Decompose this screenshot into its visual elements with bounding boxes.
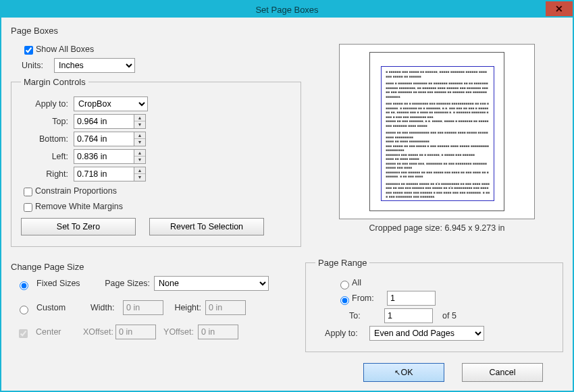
bottom-label: Bottom: [21,134,68,144]
xoffset-input[interactable] [115,325,156,339]
units-label: Units: [22,61,49,70]
bottom-input[interactable] [74,132,134,146]
range-apply-to-label: Apply to: [325,329,369,338]
remove-white-margins-label: Remove White Margins [35,202,123,211]
custom-label: Custom [36,303,90,312]
constrain-proportions-label: Constrain Proportions [35,186,117,196]
right-spinner[interactable]: ▲▼ [134,167,146,181]
custom-radio[interactable] [20,306,28,314]
show-all-boxes-checkbox[interactable] [24,46,33,55]
page-range-legend: Page Range [315,258,369,268]
center-label: Center [36,327,83,337]
preview-caption: Cropped page size: 6.945 x 9.273 in [311,223,563,233]
titlebar: Set Page Boxes ✕ [1,1,573,18]
right-input[interactable] [74,167,134,181]
range-apply-to-select[interactable]: Even and Odd Pages [369,326,484,341]
left-spinner[interactable]: ▲▼ [134,149,146,164]
ok-button[interactable]: ↖OK [363,363,444,382]
yoffset-input[interactable] [198,325,238,339]
close-icon: ✕ [555,3,563,14]
top-spinner[interactable]: ▲▼ [134,114,146,129]
fixed-sizes-label: Fixed Sizes [36,279,90,288]
page-sizes-select[interactable]: None [154,276,269,291]
width-label: Width: [90,303,123,312]
cancel-button[interactable]: Cancel [462,363,543,382]
revert-to-selection-button[interactable]: Revert To Selection [149,218,264,235]
margin-controls-fieldset: Margin Controls Apply to: CropBox Top: [11,77,301,247]
height-label: Height: [163,303,201,312]
xoffset-label: XOffset: [83,327,115,337]
left-label: Left: [21,152,68,161]
set-to-zero-button[interactable]: Set To Zero [21,218,136,235]
of-label: of 5 [442,311,456,320]
to-label: To: [349,311,384,320]
top-label: Top: [21,117,68,126]
to-input[interactable] [384,308,433,323]
right-label: Right: [21,169,68,179]
dialog-set-page-boxes: Set Page Boxes ✕ Page Boxes Show All Box… [0,0,574,392]
from-input[interactable] [387,291,436,306]
show-all-boxes-label: Show All Boxes [36,45,94,54]
preview-cropbox: ■ ■■■■■■ ■■■ ■■■■■ ■■ ■■■■■■, ■■■■■ ■■■■… [381,66,494,201]
page-preview: ■ ■■■■■■ ■■■ ■■■■■ ■■ ■■■■■■, ■■■■■ ■■■■… [339,44,535,219]
margin-controls-legend: Margin Controls [21,77,88,87]
apply-to-label: Apply to: [21,99,68,109]
preview-text: ■ ■■■■■■ ■■■ ■■■■■ ■■ ■■■■■■, ■■■■■ ■■■■… [386,69,490,201]
yoffset-label: YOffset: [156,327,194,337]
center-checkbox[interactable] [19,329,28,338]
page-range-fieldset: Page Range All From: To: [305,258,563,352]
constrain-proportions-checkbox[interactable] [24,188,32,196]
window-title: Set Page Boxes [255,5,318,15]
fixed-sizes-radio[interactable] [20,281,28,290]
remove-white-margins-checkbox[interactable] [24,203,32,212]
left-input[interactable] [74,149,134,164]
cursor-icon: ↖ [394,368,400,376]
preview-page: ■ ■■■■■■ ■■■ ■■■■■ ■■ ■■■■■■, ■■■■■ ■■■■… [369,52,504,211]
apply-to-select[interactable]: CropBox [74,96,148,111]
close-button[interactable]: ✕ [546,1,573,16]
from-radio[interactable] [340,296,349,305]
all-pages-radio[interactable] [340,281,349,289]
top-input[interactable] [74,114,134,129]
bottom-spinner[interactable]: ▲▼ [134,132,146,146]
units-select[interactable]: Inches [54,58,135,73]
all-pages-label: All [352,278,361,287]
from-label: From: [352,293,387,303]
page-sizes-label: Page Sizes: [96,279,150,288]
page-boxes-heading: Page Boxes [11,26,563,36]
change-page-size-heading: Change Page Size [11,262,294,272]
height-input[interactable] [205,300,246,315]
width-input[interactable] [123,300,163,315]
